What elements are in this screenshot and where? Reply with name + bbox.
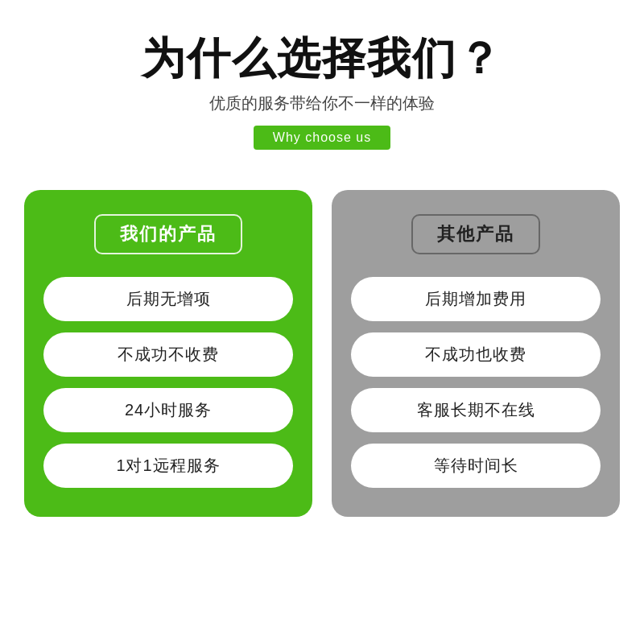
list-item: 后期无增项 — [43, 277, 293, 321]
list-item: 客服长期不在线 — [351, 388, 601, 432]
list-item: 1对1远程服务 — [43, 444, 293, 488]
header-section: 为什么选择我们？ 优质的服务带给你不一样的体验 Why choose us — [142, 32, 502, 150]
list-item: 24小时服务 — [43, 388, 293, 432]
cards-container: 我们的产品 后期无增项 不成功不收费 24小时服务 1对1远程服务 其他产品 后… — [24, 190, 620, 517]
card-right-items: 后期增加费用 不成功也收费 客服长期不在线 等待时间长 — [351, 277, 601, 488]
badge: Why choose us — [254, 126, 390, 150]
card-our-product: 我们的产品 后期无增项 不成功不收费 24小时服务 1对1远程服务 — [24, 190, 312, 517]
list-item: 等待时间长 — [351, 444, 601, 488]
main-title: 为什么选择我们？ — [142, 32, 502, 85]
list-item: 不成功也收费 — [351, 332, 601, 377]
card-left-items: 后期无增项 不成功不收费 24小时服务 1对1远程服务 — [43, 277, 293, 488]
list-item: 后期增加费用 — [351, 277, 601, 321]
subtitle: 优质的服务带给你不一样的体验 — [142, 93, 502, 114]
card-other-product: 其他产品 后期增加费用 不成功也收费 客服长期不在线 等待时间长 — [332, 190, 620, 517]
card-right-title: 其他产品 — [411, 214, 540, 254]
card-left-title: 我们的产品 — [94, 214, 242, 254]
list-item: 不成功不收费 — [43, 332, 293, 377]
